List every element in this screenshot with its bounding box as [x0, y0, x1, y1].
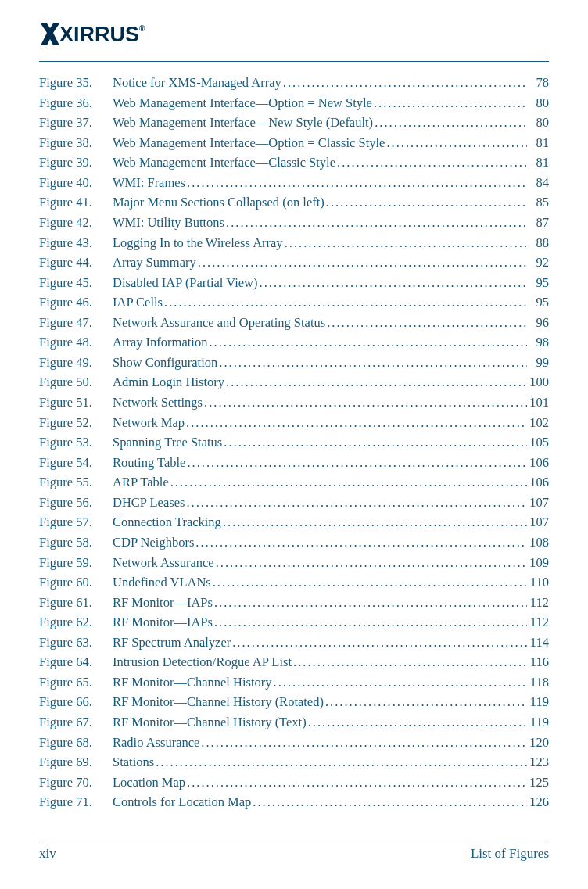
toc-entry: Figure 53.Spanning Tree Status105	[39, 432, 549, 453]
toc-leader-dots	[211, 572, 527, 593]
toc-entry-title: Notice for XMS-Managed Array	[113, 73, 281, 93]
toc-entry-label: Figure 41.	[39, 192, 113, 213]
toc-entry-page: 80	[527, 113, 549, 133]
toc-entry: Figure 44.Array Summary92	[39, 253, 549, 273]
toc-entry-label: Figure 52.	[39, 413, 113, 433]
toc-entry-title: Disabled IAP (Partial View)	[113, 273, 258, 293]
toc-entry-title: IAP Cells	[113, 292, 163, 313]
toc-entry-title: RF Monitor—Channel History (Text)	[113, 712, 307, 733]
toc-entry-label: Figure 70.	[39, 772, 113, 793]
list-of-figures: Figure 35.Notice for XMS-Managed Array78…	[39, 73, 549, 812]
toc-entry-label: Figure 51.	[39, 393, 113, 413]
toc-entry-page: 119	[527, 692, 549, 712]
toc-entry-title: Connection Tracking	[113, 512, 221, 532]
toc-leader-dots	[372, 93, 527, 113]
toc-entry: Figure 52.Network Map102	[39, 413, 549, 433]
toc-entry-title: Network Assurance and Operating Status	[113, 313, 325, 333]
toc-entry-page: 112	[527, 612, 549, 633]
toc-entry-page: 96	[527, 313, 549, 333]
toc-entry-title: Controls for Location Map	[113, 792, 251, 812]
toc-leader-dots	[324, 692, 527, 712]
toc-leader-dots	[214, 553, 527, 573]
toc-entry: Figure 59.Network Assurance109	[39, 553, 549, 573]
toc-entry-title: RF Monitor—Channel History (Rotated)	[113, 692, 324, 712]
toc-entry-title: Radio Assurance	[113, 733, 199, 753]
toc-entry: Figure 42.WMI: Utility Buttons87	[39, 213, 549, 233]
toc-entry-page: 125	[527, 772, 549, 793]
toc-leader-dots	[169, 472, 527, 493]
toc-entry-label: Figure 56.	[39, 493, 113, 513]
toc-entry-page: 99	[527, 353, 549, 373]
toc-entry-page: 88	[527, 233, 549, 253]
toc-entry-label: Figure 64.	[39, 652, 113, 672]
toc-entry-label: Figure 45.	[39, 273, 113, 293]
toc-entry-title: RF Monitor—IAPs	[113, 612, 213, 633]
toc-leader-dots	[199, 733, 527, 753]
toc-entry: Figure 70.Location Map125	[39, 772, 549, 793]
toc-leader-dots	[258, 273, 527, 293]
toc-entry-page: 102	[527, 413, 549, 433]
toc-entry-page: 112	[527, 593, 549, 613]
toc-entry-page: 119	[527, 712, 549, 733]
toc-leader-dots	[231, 633, 527, 653]
toc-leader-dots	[272, 672, 527, 693]
toc-entry-title: Array Summary	[113, 253, 196, 273]
toc-entry: Figure 65.RF Monitor—Channel History118	[39, 672, 549, 693]
toc-entry-label: Figure 55.	[39, 472, 113, 493]
toc-leader-dots	[222, 432, 527, 453]
toc-leader-dots	[224, 213, 527, 233]
toc-entry: Figure 54.Routing Table106	[39, 453, 549, 473]
toc-leader-dots	[203, 393, 527, 413]
toc-leader-dots	[185, 772, 527, 793]
toc-entry-label: Figure 46.	[39, 292, 113, 313]
toc-entry-label: Figure 67.	[39, 712, 113, 733]
toc-entry-label: Figure 38.	[39, 133, 113, 153]
toc-entry: Figure 68.Radio Assurance120	[39, 733, 549, 753]
logo-text: XIRRUS®	[59, 23, 145, 47]
toc-entry-label: Figure 65.	[39, 672, 113, 693]
toc-entry-title: Undefined VLANs	[113, 572, 211, 593]
toc-entry: Figure 41.Major Menu Sections Collapsed …	[39, 192, 549, 213]
toc-entry-title: Array Information	[113, 332, 207, 353]
toc-leader-dots	[213, 612, 527, 633]
toc-entry-title: Major Menu Sections Collapsed (on left)	[113, 192, 324, 213]
toc-entry-page: 80	[527, 93, 549, 113]
toc-entry-label: Figure 63.	[39, 633, 113, 653]
toc-entry-label: Figure 62.	[39, 612, 113, 633]
toc-entry-title: Logging In to the Wireless Array	[113, 233, 283, 253]
toc-leader-dots	[194, 532, 527, 553]
toc-entry-title: CDP Neighbors	[113, 532, 194, 553]
toc-leader-dots	[325, 313, 527, 333]
toc-entry-page: 81	[527, 133, 549, 153]
toc-leader-dots	[154, 752, 527, 772]
toc-leader-dots	[185, 173, 527, 193]
footer-divider	[39, 841, 549, 841]
logo-icon	[39, 22, 61, 47]
toc-entry: Figure 46.IAP Cells95	[39, 292, 549, 313]
toc-entry-page: 118	[527, 672, 549, 693]
toc-leader-dots	[221, 512, 527, 532]
toc-entry-label: Figure 59.	[39, 553, 113, 573]
toc-leader-dots	[283, 233, 527, 253]
toc-entry-label: Figure 35.	[39, 73, 113, 93]
toc-entry: Figure 45.Disabled IAP (Partial View)95	[39, 273, 549, 293]
toc-entry-title: Network Settings	[113, 393, 203, 413]
toc-entry-title: Show Configuration	[113, 353, 217, 373]
toc-entry-page: 92	[527, 253, 549, 273]
toc-entry-label: Figure 54.	[39, 453, 113, 473]
toc-entry-page: 123	[527, 752, 549, 772]
toc-entry-page: 95	[527, 292, 549, 313]
toc-entry: Figure 37.Web Management Interface—New S…	[39, 113, 549, 133]
toc-entry-title: Admin Login History	[113, 372, 224, 393]
toc-entry-title: Stations	[113, 752, 154, 772]
toc-entry-title: Web Management Interface—Option = New St…	[113, 93, 372, 113]
toc-entry-title: WMI: Utility Buttons	[113, 213, 224, 233]
toc-entry: Figure 35.Notice for XMS-Managed Array78	[39, 73, 549, 93]
toc-entry-label: Figure 47.	[39, 313, 113, 333]
toc-entry-title: DHCP Leases	[113, 493, 185, 513]
toc-leader-dots	[324, 192, 527, 213]
toc-leader-dots	[281, 73, 527, 93]
page-footer: xiv List of Figures	[39, 841, 549, 862]
toc-entry-page: 98	[527, 332, 549, 353]
toc-entry-page: 108	[527, 532, 549, 553]
